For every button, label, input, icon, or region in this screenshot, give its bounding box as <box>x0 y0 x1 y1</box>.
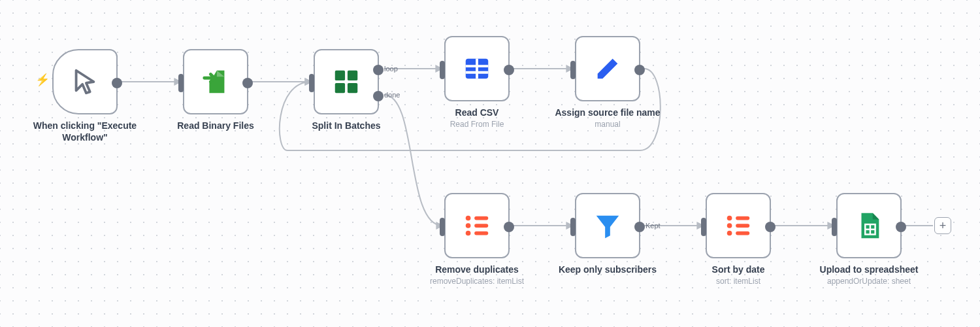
svg-rect-19 <box>736 232 749 235</box>
node-title: Assign source file name <box>549 107 666 118</box>
node-title: When clicking "Execute Workflow" <box>26 120 144 143</box>
svg-rect-11 <box>474 224 488 228</box>
svg-point-16 <box>727 223 732 228</box>
svg-rect-2 <box>335 83 345 93</box>
node-sort-date[interactable]: Sort by date sort: itemList <box>706 193 771 286</box>
node-subtitle: removeDuplicates: itemList <box>418 277 536 286</box>
node-title: Read CSV <box>418 107 536 118</box>
funnel-icon <box>593 211 623 241</box>
node-title: Remove duplicates <box>418 264 536 275</box>
svg-rect-1 <box>348 71 357 80</box>
bolt-icon: ⚡ <box>35 73 50 87</box>
output-port[interactable] <box>242 78 253 88</box>
list-icon <box>723 211 753 241</box>
list-icon <box>462 211 492 241</box>
svg-point-12 <box>466 231 471 236</box>
output-port[interactable] <box>896 222 906 232</box>
node-upload-spreadsheet[interactable]: Upload to spreadsheet appendOrUpdate: sh… <box>836 193 902 286</box>
node-title: Upload to spreadsheet <box>810 264 928 275</box>
port-label-kept: Kept <box>645 222 661 230</box>
node-keep-subscribers[interactable]: Kept Keep only subscribers <box>575 193 640 275</box>
input-port[interactable] <box>570 61 576 79</box>
workflow-canvas[interactable]: ⚡ When clicking "Execute Workflow" Read … <box>0 0 980 327</box>
svg-rect-9 <box>474 216 488 220</box>
input-port[interactable] <box>701 218 706 236</box>
input-port[interactable] <box>178 74 184 92</box>
file-import-icon <box>201 67 231 97</box>
node-remove-duplicates[interactable]: Remove duplicates removeDuplicates: item… <box>444 193 510 286</box>
node-box[interactable]: Kept <box>575 193 640 258</box>
node-box[interactable] <box>836 193 902 258</box>
svg-point-8 <box>466 216 471 221</box>
output-port-kept[interactable] <box>634 222 645 232</box>
output-port[interactable] <box>504 65 514 75</box>
svg-rect-13 <box>474 232 488 235</box>
node-title: Read Binary Files <box>157 120 274 131</box>
sheets-icon <box>854 211 884 241</box>
input-port[interactable] <box>570 218 576 236</box>
input-port[interactable] <box>309 74 314 92</box>
output-port[interactable] <box>112 78 122 88</box>
node-box[interactable] <box>444 36 510 101</box>
node-box[interactable]: ⚡ <box>52 49 118 114</box>
svg-rect-3 <box>348 83 357 93</box>
svg-point-18 <box>727 231 732 236</box>
node-box[interactable] <box>183 49 248 114</box>
node-subtitle: Read From File <box>418 120 536 129</box>
node-subtitle: manual <box>549 120 666 129</box>
table-icon <box>462 54 492 84</box>
svg-point-14 <box>727 216 732 221</box>
input-port[interactable] <box>440 61 445 79</box>
input-port[interactable] <box>832 218 837 236</box>
output-port-done[interactable] <box>373 91 384 101</box>
node-box[interactable] <box>444 193 510 258</box>
node-box[interactable] <box>706 193 771 258</box>
svg-rect-0 <box>335 71 345 80</box>
svg-rect-15 <box>736 216 749 220</box>
node-title: Keep only subscribers <box>549 264 666 275</box>
svg-rect-17 <box>736 224 749 228</box>
grid-icon <box>331 67 361 97</box>
node-subtitle: sort: itemList <box>679 277 797 286</box>
input-port[interactable] <box>440 218 445 236</box>
node-box[interactable] <box>575 36 640 101</box>
plus-icon: + <box>939 219 947 233</box>
port-label-done: done <box>384 91 400 99</box>
node-box[interactable]: loop done <box>314 49 379 114</box>
output-port[interactable] <box>634 65 645 75</box>
svg-point-10 <box>466 223 471 228</box>
add-node-button[interactable]: + <box>934 217 951 234</box>
node-title: Sort by date <box>679 264 797 275</box>
node-split-batches[interactable]: loop done Split In Batches <box>314 49 379 131</box>
output-port[interactable] <box>765 222 776 232</box>
cursor-icon <box>70 67 100 97</box>
pencil-icon <box>593 54 623 84</box>
node-assign-source[interactable]: Assign source file name manual <box>575 36 640 129</box>
node-read-csv[interactable]: Read CSV Read From File <box>444 36 510 129</box>
node-title: Split In Batches <box>287 120 405 131</box>
node-trigger[interactable]: ⚡ When clicking "Execute Workflow" <box>52 49 118 143</box>
output-port[interactable] <box>504 222 514 232</box>
output-port-loop[interactable] <box>373 65 384 75</box>
node-read-binary[interactable]: Read Binary Files <box>183 49 248 131</box>
node-subtitle: appendOrUpdate: sheet <box>810 277 928 286</box>
port-label-loop: loop <box>384 65 398 73</box>
